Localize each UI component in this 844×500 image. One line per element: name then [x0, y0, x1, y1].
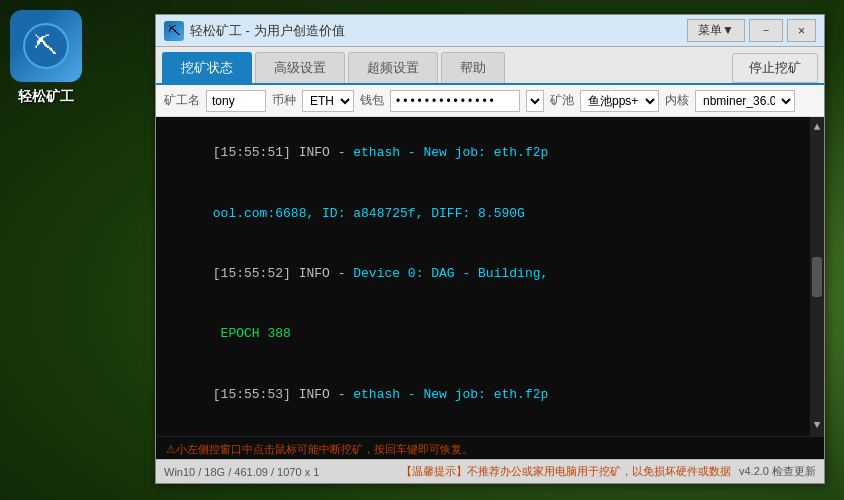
wallet-input[interactable]	[390, 90, 520, 112]
sys-info: Win10 / 18G / 461.09 / 1070 x 1	[164, 466, 393, 478]
console-line-2: [15:55:52] INFO - Device 0: DAG - Buildi…	[166, 244, 814, 304]
tab-advanced-settings[interactable]: 高级设置	[255, 52, 345, 83]
footer-hint-text: ⚠小左侧控窗口中点击鼠标可能中断挖矿，按回车键即可恢复。	[166, 443, 473, 455]
title-bar: ⛏ 轻松矿工 - 为用户创造价值 菜单▼ － ×	[156, 15, 824, 47]
title-bar-controls: 菜单▼ － ×	[687, 19, 816, 42]
title-bar-icon: ⛏	[164, 21, 184, 41]
status-bar: Win10 / 18G / 461.09 / 1070 x 1 【温馨提示】不推…	[156, 459, 824, 483]
scroll-down-arrow[interactable]: ▼	[814, 417, 821, 434]
app-icon-container: ⛏ 轻松矿工	[10, 10, 82, 106]
core-label: 内核	[665, 92, 689, 109]
tab-help[interactable]: 帮助	[441, 52, 505, 83]
miner-name-input[interactable]	[206, 90, 266, 112]
pool-select[interactable]: 鱼池pps+	[580, 90, 659, 112]
param-bar: 矿工名 币种 ETH 钱包 矿池 鱼池pps+ 内核 nbminer_36.0	[156, 85, 824, 117]
tab-mining-status[interactable]: 挖矿状态	[162, 52, 252, 83]
console-line-3b: ool.com:6688, ID: 82117d28, DIFF: 8.590G	[166, 425, 814, 436]
pool-label: 矿池	[550, 92, 574, 109]
console-line-3: [15:55:53] INFO - ethash - New job: eth.…	[166, 365, 814, 425]
scroll-thumb[interactable]	[812, 257, 822, 297]
version-text[interactable]: v4.2.0 检查更新	[739, 464, 816, 479]
wallet-select[interactable]	[526, 90, 544, 112]
console-line-2b: EPOCH 388	[166, 304, 814, 364]
console-footer-hint: ⚠小左侧控窗口中点击鼠标可能中断挖矿，按回车键即可恢复。	[156, 436, 824, 459]
console-line-1b: ool.com:6688, ID: a848725f, DIFF: 8.590G	[166, 183, 814, 243]
main-window: ⛏ 轻松矿工 - 为用户创造价值 菜单▼ － × 挖矿状态 高级设置 超频设置 …	[155, 14, 825, 484]
scroll-up-arrow[interactable]: ▲	[814, 119, 821, 136]
console-line-1: [15:55:51] INFO - ethash - New job: eth.…	[166, 123, 814, 183]
minimize-button[interactable]: －	[749, 19, 783, 42]
coin-select[interactable]: ETH	[302, 90, 354, 112]
svg-text:⛏: ⛏	[34, 32, 58, 59]
close-button[interactable]: ×	[787, 19, 816, 42]
tab-bar: 挖矿状态 高级设置 超频设置 帮助 停止挖矿	[156, 47, 824, 85]
stop-mining-button[interactable]: 停止挖矿	[732, 53, 818, 83]
status-warning: 【温馨提示】不推荐办公或家用电脑用于挖矿，以免损坏硬件或数据	[401, 464, 731, 479]
title-bar-text: 轻松矿工 - 为用户创造价值	[190, 22, 687, 40]
app-icon-label: 轻松矿工	[18, 88, 74, 106]
miner-name-label: 矿工名	[164, 92, 200, 109]
menu-button[interactable]: 菜单▼	[687, 19, 745, 42]
tab-super-settings[interactable]: 超频设置	[348, 52, 438, 83]
app-icon: ⛏	[10, 10, 82, 82]
core-select[interactable]: nbminer_36.0	[695, 90, 795, 112]
console-area[interactable]: [15:55:51] INFO - ethash - New job: eth.…	[156, 117, 824, 436]
wallet-label: 钱包	[360, 92, 384, 109]
console-scrollbar[interactable]: ▲ ▼	[810, 117, 824, 436]
coin-label: 币种	[272, 92, 296, 109]
